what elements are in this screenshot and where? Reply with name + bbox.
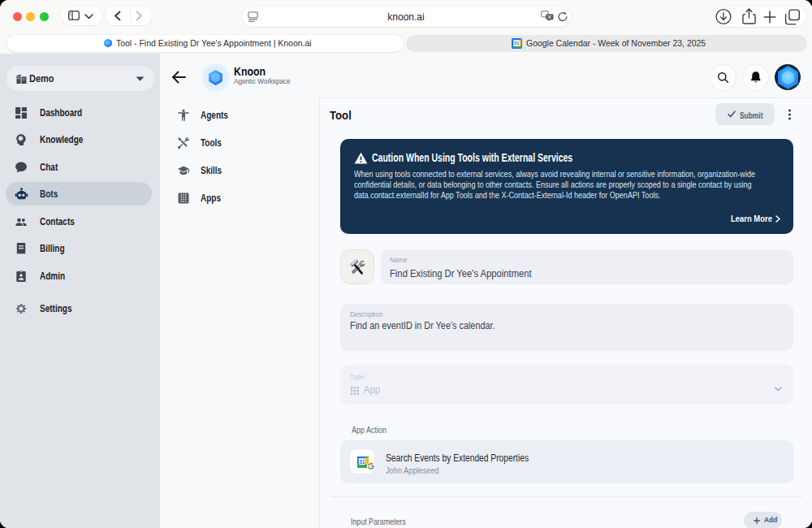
svg-text:31: 31 bbox=[359, 459, 365, 465]
svg-text:31: 31 bbox=[514, 41, 520, 45]
